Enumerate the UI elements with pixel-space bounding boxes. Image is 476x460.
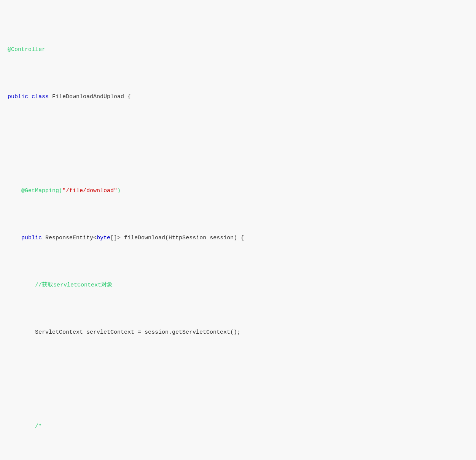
code-viewer: @Controller public class FileDownloadAnd…	[0, 0, 476, 460]
code-line-1: @Controller	[8, 45, 468, 55]
code-line-8	[8, 375, 468, 384]
code-line-9: /*	[8, 422, 468, 431]
code-line-6: //获取servletContext对象	[8, 281, 468, 290]
code-content: @Controller public class FileDownloadAnd…	[8, 8, 468, 460]
code-line-7: ServletContext servletContext = session.…	[8, 328, 468, 337]
code-line-3	[8, 140, 468, 149]
code-line-5: public ResponseEntity<byte[]> fileDownlo…	[8, 234, 468, 243]
code-line-4: @GetMapping("/file/download")	[8, 186, 468, 196]
code-line-2: public class FileDownloadAndUpload {	[8, 92, 468, 102]
